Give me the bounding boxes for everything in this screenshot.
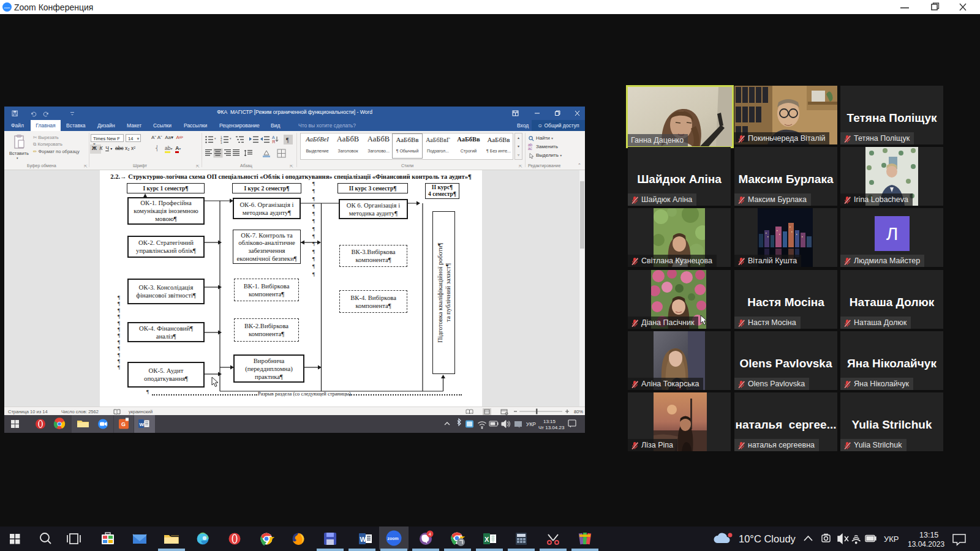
svg-text:13.04.2023: 13.04.2023 [908,540,944,549]
svg-text:▾: ▾ [230,137,232,140]
svg-text:УКР: УКР [884,534,899,544]
svg-text:УКР: УКР [526,421,536,427]
svg-text:G: G [121,421,126,427]
svg-text:W: W [140,422,145,427]
svg-text:▾: ▾ [214,137,216,140]
svg-text:X: X [484,536,489,543]
svg-text:¶: ¶ [286,137,289,143]
svg-text:Чт 13.04.23: Чт 13.04.23 [538,425,565,430]
svg-text:А: А [272,135,275,140]
svg-text:4: 4 [429,531,431,537]
svg-text:W: W [360,536,367,543]
svg-text:3: 3 [221,141,222,144]
svg-text:10°C Cloudy: 10°C Cloudy [739,533,796,544]
svg-text:13:15: 13:15 [543,419,556,424]
svg-text:Я: Я [272,140,275,144]
svg-text:13:15: 13:15 [919,531,938,539]
svg-text:zoom: zoom [388,536,399,541]
svg-text:80%: 80% [574,409,583,414]
